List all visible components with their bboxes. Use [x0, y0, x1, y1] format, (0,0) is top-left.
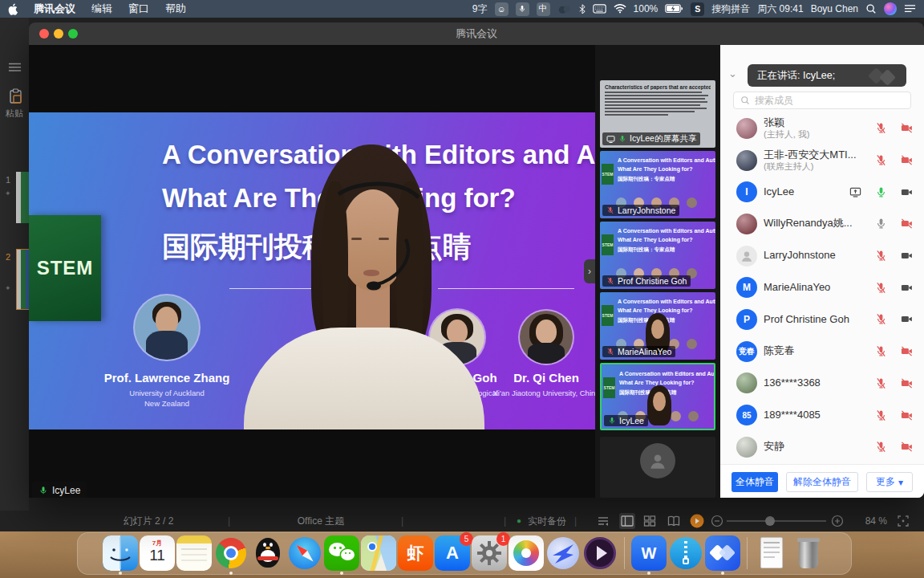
slide-2-number[interactable]: 2 [6, 252, 10, 262]
menubar-clock[interactable]: 周六 09:41 [757, 2, 803, 16]
mute-all-button[interactable]: 全体静音 [732, 472, 778, 492]
emoji-input-icon[interactable]: ☺ [495, 2, 509, 16]
collapse-panel-handle[interactable]: › [584, 259, 595, 283]
dock-icon-safari[interactable] [287, 535, 322, 574]
main-video-stage[interactable]: STEM A Conversation with Editors and Aut… [29, 45, 595, 498]
member-row[interactable]: 85189****4085 [720, 399, 924, 431]
member-row[interactable]: 安静 [720, 431, 924, 463]
camera-off-icon[interactable] [900, 122, 913, 134]
camera-off-icon[interactable] [900, 377, 913, 389]
dock-icon-calendar[interactable]: 7月11 [140, 535, 175, 574]
menu-app-name[interactable]: 腾讯会议 [34, 2, 75, 16]
more-button[interactable]: 更多▾ [866, 472, 913, 492]
dock-icon-wps[interactable]: W [631, 535, 667, 574]
mic-off-icon[interactable] [874, 154, 887, 166]
mic-off-icon[interactable] [874, 122, 887, 134]
dock-icon-settings[interactable]: 1 [472, 535, 507, 574]
member-row[interactable]: 竞春陈竞春 [720, 336, 924, 368]
dock-icon-player[interactable] [582, 535, 618, 574]
slide-1-number[interactable]: 1 [6, 175, 10, 185]
member-row[interactable]: PProf Christine Goh [720, 303, 924, 336]
member-row[interactable]: 136****3368 [720, 368, 924, 400]
camera-off-icon[interactable] [900, 345, 913, 357]
mic-off-icon[interactable] [874, 250, 887, 262]
dictation-mic-icon[interactable] [516, 2, 529, 16]
dock-icon-qq[interactable] [250, 535, 286, 574]
menu-edit[interactable]: 编辑 [91, 2, 112, 16]
thumbnail-participant[interactable]: STEM A Conversation with Editors and Aut… [600, 222, 715, 289]
sogou-ime-icon[interactable]: S [691, 2, 704, 16]
apple-menu-icon[interactable] [8, 3, 18, 15]
dock-icon-appstore[interactable]: A5 [435, 535, 470, 574]
screen-sharing-icon[interactable] [849, 186, 861, 198]
thumbnail-screenshare[interactable]: Characteristics of papers that are accep… [600, 80, 715, 148]
dock-icon-trash[interactable] [791, 535, 826, 574]
member-row[interactable]: MMarieAlinaYeo [720, 271, 924, 303]
slide-2-thumbnail[interactable] [16, 249, 30, 310]
backup-status-label[interactable]: 实时备份 [528, 511, 566, 531]
dock-icon-photos[interactable] [509, 535, 544, 574]
search-members-input[interactable]: 搜索成员 [733, 92, 911, 109]
dock-icon-chrome[interactable] [213, 535, 249, 574]
thumbnail-participant[interactable]: STEM A Conversation with Editors and Aut… [600, 292, 715, 360]
camera-on-icon[interactable] [900, 250, 913, 262]
chevron-down-icon[interactable]: ⌄ [728, 67, 737, 79]
wifi-icon[interactable] [614, 4, 626, 14]
wps-paste-label[interactable]: 粘贴 [6, 108, 23, 120]
dock-icon-thunder[interactable] [545, 535, 581, 574]
dock-icon-maps[interactable] [361, 535, 396, 574]
member-row[interactable]: 张颖(主持人, 我) [720, 112, 924, 144]
mic-off-icon[interactable] [874, 282, 887, 294]
ime-name[interactable]: 搜狗拼音 [711, 2, 750, 16]
spotlight-search-icon[interactable] [865, 3, 877, 14]
member-row[interactable]: IIcyLee [720, 176, 924, 208]
camera-on-icon[interactable] [900, 186, 913, 198]
notification-center-icon[interactable] [904, 4, 916, 13]
dock-icon-zip[interactable] [668, 535, 703, 574]
zoom-slider-track[interactable] [727, 520, 826, 522]
siri-icon[interactable] [884, 2, 897, 15]
member-row[interactable]: LarryJohnstone [720, 240, 924, 272]
normal-view-icon[interactable] [619, 513, 635, 529]
mic-off-icon[interactable] [874, 377, 887, 389]
wps-hamburger-icon[interactable] [8, 63, 22, 71]
theme-name[interactable]: Office 主题 [273, 511, 369, 531]
notes-view-icon[interactable] [597, 515, 610, 527]
dock-icon-wechat[interactable] [324, 535, 359, 574]
mic-off-icon[interactable] [874, 313, 887, 325]
menu-help[interactable]: 帮助 [165, 2, 186, 16]
dock-icon-finder[interactable] [103, 535, 138, 574]
member-row[interactable]: WillyRenandya姚... [720, 208, 924, 240]
window-titlebar[interactable]: 腾讯会议 [29, 22, 924, 45]
camera-off-icon[interactable] [900, 154, 913, 166]
unmute-all-button[interactable]: 解除全体静音 [786, 472, 858, 492]
mic-off-icon[interactable] [874, 409, 887, 421]
member-row[interactable]: 王非-西安交大MTI...(联席主持人) [720, 144, 924, 177]
user-name[interactable]: Boyu Chen [811, 3, 858, 14]
zoom-slider-handle[interactable] [765, 516, 775, 526]
mic-idle-icon[interactable] [874, 218, 887, 230]
input-language-icon[interactable]: 中 [537, 2, 550, 16]
dock-icon-documents[interactable] [754, 535, 789, 574]
wps-paste-icon[interactable] [9, 88, 23, 104]
camera-off-icon[interactable] [900, 441, 913, 453]
reading-view-icon[interactable] [667, 515, 680, 527]
mic-off-icon[interactable] [874, 345, 887, 357]
camera-off-icon[interactable] [900, 409, 913, 421]
dock-icon-xiami[interactable]: 虾 [398, 535, 433, 574]
zoom-out-icon[interactable] [711, 515, 723, 527]
zoom-percent[interactable]: 84 % [852, 511, 887, 531]
slide-1-thumbnail[interactable] [16, 172, 29, 223]
camera-off-icon[interactable] [900, 218, 913, 230]
mic-on-icon[interactable] [874, 186, 887, 198]
slide-sorter-view-icon[interactable] [643, 515, 656, 527]
camera-on-icon[interactable] [900, 282, 913, 294]
menu-window[interactable]: 窗口 [128, 2, 149, 16]
dock-icon-notes[interactable] [176, 535, 212, 574]
thumbnail-participant[interactable]: STEM A Conversation with Editors and Aut… [600, 151, 715, 218]
battery-icon[interactable] [665, 4, 683, 14]
thumbnail-active-speaker[interactable]: STEM A Conversation with Editors and Aut… [600, 363, 715, 430]
sogou-cloud-icon[interactable] [557, 4, 572, 14]
bluetooth-icon[interactable] [579, 4, 586, 14]
fit-to-window-icon[interactable] [897, 515, 910, 527]
